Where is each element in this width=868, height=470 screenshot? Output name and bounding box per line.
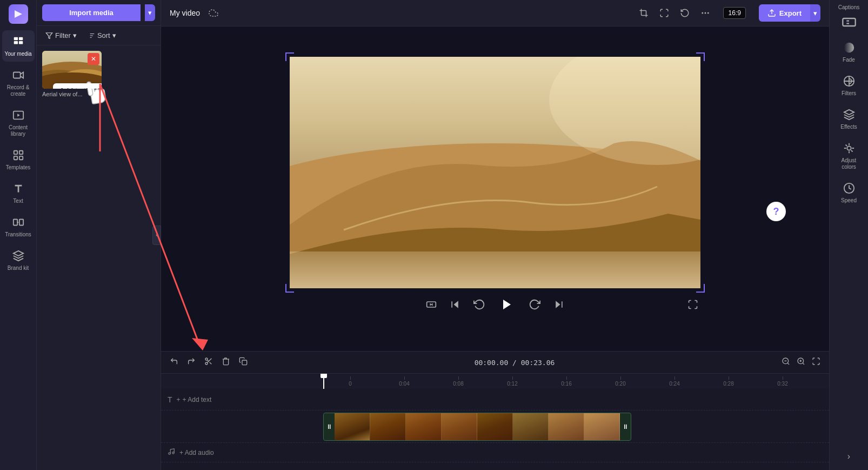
delete-media-button[interactable]: ✕ <box>88 53 99 65</box>
sidebar-item-label-templates: Templates <box>6 164 31 171</box>
sidebar-item-content-library[interactable]: Content library <box>2 104 35 142</box>
filter-button[interactable]: Filter ▾ <box>42 29 80 42</box>
fade-icon <box>842 41 856 55</box>
fit-screen-icon <box>659 8 669 18</box>
svg-rect-4 <box>13 72 20 78</box>
help-button[interactable]: ? <box>766 202 786 221</box>
mask-button[interactable] <box>424 297 439 312</box>
filters-button[interactable]: Filters <box>832 70 866 101</box>
sidebar-right: Captions Fade <box>829 0 868 470</box>
fullscreen-icon <box>687 299 698 310</box>
media-panel-header: Import media ▾ <box>37 0 161 26</box>
ruler-mark-8: 0:08 <box>431 376 485 387</box>
svg-point-50 <box>847 146 851 150</box>
aspect-ratio-badge: 16:9 <box>723 7 745 19</box>
record-create-icon <box>11 68 25 82</box>
export-caret-button[interactable]: ▾ <box>810 4 820 22</box>
rewind-5-button[interactable] <box>471 296 488 313</box>
text-track-content <box>323 389 829 410</box>
adjust-svg <box>843 142 855 154</box>
export-button[interactable]: Export <box>759 4 810 22</box>
collapse-panel-button[interactable]: ‹ <box>152 226 161 245</box>
media-panel: Import media ▾ Filter ▾ Sort ▾ <box>37 0 161 470</box>
play-pause-button[interactable] <box>496 294 518 315</box>
rotate-button[interactable] <box>678 6 692 20</box>
svg-point-20 <box>707 12 709 14</box>
add-text-button[interactable]: + + Add text <box>177 396 212 403</box>
forward-5-button[interactable] <box>526 296 543 313</box>
undo-button[interactable] <box>168 355 181 370</box>
timeline-playhead[interactable] <box>323 374 324 389</box>
sidebar-item-brand-kit[interactable]: Brand kit <box>2 244 35 276</box>
clip-frame-6 <box>513 413 549 440</box>
video-thumbnail-svg <box>290 57 700 288</box>
video-clip[interactable]: ⏸ ⏸ <box>323 413 631 441</box>
sidebar-item-text[interactable]: Text <box>2 177 35 209</box>
fit-screen-button[interactable] <box>657 6 671 20</box>
video-track-content[interactable]: ⏸ ⏸ <box>323 411 829 442</box>
sidebar-item-record-create[interactable]: Record & create <box>2 64 35 102</box>
crop-button[interactable] <box>637 6 651 20</box>
effects-button[interactable]: Effects <box>832 103 866 135</box>
ruler-mark-28: 0:28 <box>702 376 756 387</box>
import-media-caret-button[interactable]: ▾ <box>145 4 155 21</box>
speed-icon <box>842 181 856 195</box>
fade-button[interactable]: Fade <box>832 36 866 68</box>
skip-forward-icon <box>553 299 564 310</box>
time-total: 00:23.06 <box>521 359 555 367</box>
timeline-tracks: T + + Add text ⏸ <box>161 389 829 470</box>
svg-point-48 <box>844 43 853 52</box>
ruler-mark-0: 0 <box>323 376 377 387</box>
svg-rect-10 <box>13 220 17 226</box>
zoom-in-button[interactable] <box>794 355 807 370</box>
video-frame <box>290 57 700 288</box>
ruler-label-4: 0:04 <box>399 381 409 387</box>
sort-label: Sort <box>97 31 110 39</box>
sort-button[interactable]: Sort ▾ <box>84 29 119 42</box>
svg-rect-6 <box>14 151 17 154</box>
skip-forward-button[interactable] <box>551 297 566 312</box>
media-item-aerial[interactable]: ✕ Add to timeline Aerial view of... <box>42 51 102 97</box>
delete-clip-button[interactable] <box>219 355 232 370</box>
clip-frame-1 <box>335 413 370 440</box>
fullscreen-button[interactable] <box>685 297 700 312</box>
text-track-label: T + + Add text <box>161 395 323 404</box>
right-sidebar-collapse-button[interactable]: › <box>847 452 850 461</box>
audio-track-content <box>323 443 829 462</box>
add-audio-button[interactable]: + Add audio <box>179 449 214 456</box>
filters-label: Filters <box>842 90 856 97</box>
cloud-save-icon <box>209 8 218 18</box>
ruler-mark-36: 0:36 <box>810 376 829 387</box>
playhead-handle[interactable] <box>321 374 327 378</box>
svg-rect-1 <box>18 37 22 41</box>
redo-button[interactable] <box>185 355 198 370</box>
zoom-out-button[interactable] <box>779 355 792 370</box>
svg-rect-7 <box>19 151 22 154</box>
speed-button[interactable]: Speed <box>832 177 866 208</box>
cut-button[interactable] <box>202 355 215 370</box>
duplicate-button[interactable] <box>237 355 250 370</box>
sidebar-item-your-media[interactable]: Your media <box>2 30 35 62</box>
export-icon <box>767 9 776 17</box>
more-options-button[interactable] <box>698 6 712 20</box>
undo-icon <box>170 357 178 366</box>
sidebar-item-templates[interactable]: Templates <box>2 144 35 175</box>
cloud-save-button[interactable] <box>206 6 221 20</box>
sidebar-item-label-brand: Brand kit <box>8 265 29 272</box>
ruler-label-20: 0:20 <box>615 381 625 387</box>
clip-frame-7 <box>549 413 584 440</box>
main-header: My video 1 <box>161 0 829 27</box>
import-media-button[interactable]: Import media <box>42 4 141 21</box>
video-track-row: ⏸ ⏸ <box>161 411 829 443</box>
sidebar-item-transitions[interactable]: Transitions <box>2 211 35 242</box>
mask-icon <box>426 299 437 310</box>
fit-timeline-button[interactable] <box>810 355 823 370</box>
svg-point-32 <box>205 358 208 360</box>
adjust-colors-button[interactable]: Adjust colors <box>832 137 866 175</box>
add-text-label: + Add text <box>183 396 212 403</box>
time-separator: / <box>512 359 521 367</box>
sidebar-item-label-your-media: Your media <box>4 51 31 57</box>
ruler-label-16: 0:16 <box>561 381 571 387</box>
skip-back-button[interactable] <box>448 297 463 312</box>
svg-rect-11 <box>19 220 23 226</box>
